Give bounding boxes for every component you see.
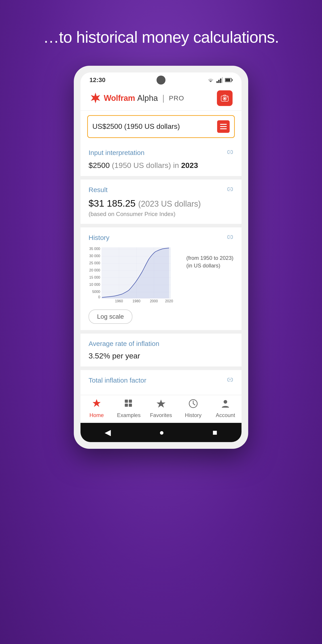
clock-icon	[188, 399, 198, 408]
total-inflation-title: Total inflation factor	[88, 376, 146, 384]
wolfram-brand-wolfram: Wolfram	[104, 94, 135, 103]
status-icons	[207, 77, 232, 83]
wifi-icon	[207, 77, 214, 83]
svg-rect-2	[220, 78, 222, 83]
link-icon-total[interactable]	[227, 376, 234, 384]
chart-in-label: (in US dollars)	[186, 262, 234, 269]
svg-rect-45	[129, 400, 132, 403]
favorites-icon	[156, 399, 166, 411]
phone-screen: 12:30	[80, 72, 242, 442]
search-input[interactable]: US$2500 (1950 US dollars)	[92, 122, 215, 130]
svg-text:15 000: 15 000	[89, 276, 100, 279]
grid-icon	[124, 399, 134, 408]
interpretation-context: (1950 US dollars) in	[112, 161, 179, 170]
link-icon-history[interactable]	[227, 234, 234, 242]
chain-link-icon-result	[227, 186, 234, 192]
account-icon	[220, 399, 230, 411]
status-bar: 12:30	[80, 72, 242, 86]
status-time: 12:30	[90, 76, 106, 84]
svg-rect-14	[220, 128, 227, 129]
svg-point-10	[224, 98, 226, 100]
android-back-button[interactable]: ◀	[105, 428, 111, 437]
chart-from-label: (from 1950 to 2023)	[186, 255, 234, 261]
camera-icon	[221, 94, 229, 102]
chain-link-icon	[227, 149, 234, 156]
link-icon-interpretation[interactable]	[227, 149, 234, 157]
hero-text: …to historical money calculations.	[43, 27, 279, 48]
home-icon	[92, 399, 102, 411]
section-header-inflation: Average rate of inflation	[88, 340, 234, 348]
nav-examples-label: Examples	[117, 412, 140, 418]
svg-text:10 000: 10 000	[89, 283, 100, 286]
phone-mockup: 12:30	[74, 66, 248, 449]
nav-favorites[interactable]: Favorites	[148, 399, 174, 418]
svg-text:1960: 1960	[115, 299, 123, 303]
svg-point-52	[224, 400, 227, 404]
svg-rect-0	[216, 81, 218, 83]
svg-rect-12	[220, 124, 227, 125]
content-area: Input interpretation $2500 (1950 US doll…	[80, 142, 242, 395]
history-section: History 35 000 30 000	[80, 228, 242, 330]
svg-point-11	[227, 96, 228, 98]
wolfram-star-icon	[90, 92, 102, 104]
bottom-nav: Home Examples	[80, 395, 242, 423]
history-title: History	[88, 234, 109, 242]
inflation-value: 3.52% per year	[88, 352, 234, 360]
person-icon	[220, 399, 230, 408]
section-header-history: History	[88, 234, 234, 242]
section-header-total: Total inflation factor	[88, 376, 234, 384]
wolfram-divider: |	[162, 94, 164, 103]
home-star-icon	[92, 399, 102, 408]
camera-notch	[156, 76, 166, 84]
link-icon-result[interactable]	[227, 186, 234, 194]
search-container: US$2500 (1950 US dollars)	[80, 111, 242, 142]
chart-svg-wrapper: 35 000 30 000 25 000 20 000 15 000 10 00…	[88, 246, 182, 305]
svg-marker-7	[91, 92, 100, 103]
camera-button[interactable]	[217, 90, 232, 106]
svg-rect-46	[125, 404, 128, 407]
log-scale-button[interactable]: Log scale	[88, 310, 132, 324]
interpretation-text: $2500 (1950 US dollars) in 2023	[88, 161, 234, 170]
battery-icon	[225, 78, 232, 82]
svg-text:0: 0	[98, 295, 100, 299]
svg-rect-44	[125, 400, 128, 403]
result-note: (based on Consumer Price Index)	[88, 211, 234, 218]
android-recent-button[interactable]: ■	[212, 428, 217, 437]
svg-rect-6	[226, 79, 230, 82]
svg-marker-48	[156, 400, 166, 408]
nav-account[interactable]: Account	[212, 399, 239, 418]
search-box[interactable]: US$2500 (1950 US dollars)	[87, 115, 235, 138]
svg-rect-13	[220, 126, 227, 127]
svg-text:5000: 5000	[92, 290, 100, 294]
svg-text:30 000: 30 000	[89, 254, 100, 258]
chart-right-labels: (from 1950 to 2023) (in US dollars)	[186, 246, 234, 269]
history-icon	[188, 399, 198, 411]
svg-text:1980: 1980	[132, 299, 140, 303]
result-section: Result $31 185.25 (2023 US dollars) (bas…	[80, 180, 242, 224]
examples-icon	[124, 399, 134, 411]
menu-icon	[220, 124, 227, 129]
wolfram-pro-label: PRO	[169, 94, 184, 102]
nav-examples[interactable]: Examples	[116, 399, 142, 418]
nav-home[interactable]: Home	[83, 399, 110, 418]
total-inflation-section: Total inflation factor	[80, 370, 242, 395]
result-parens: (2023 US dollars)	[138, 199, 201, 208]
svg-text:2020: 2020	[165, 299, 173, 303]
chain-link-icon-history	[227, 234, 234, 240]
svg-rect-3	[222, 77, 223, 83]
svg-marker-43	[92, 399, 100, 407]
search-menu-button[interactable]	[217, 120, 230, 133]
nav-home-label: Home	[90, 412, 104, 418]
section-header-interpretation: Input interpretation	[88, 149, 234, 157]
svg-line-51	[193, 404, 195, 405]
android-home-button[interactable]: ●	[159, 428, 164, 437]
svg-rect-1	[218, 80, 220, 83]
nav-history[interactable]: History	[180, 399, 206, 418]
wolfram-brand-alpha: Alpha	[137, 94, 158, 103]
svg-text:35 000: 35 000	[89, 247, 100, 251]
android-nav-bar: ◀ ● ■	[80, 423, 242, 442]
nav-history-label: History	[185, 412, 202, 418]
svg-text:20 000: 20 000	[89, 268, 100, 272]
nav-account-label: Account	[216, 412, 235, 418]
chain-link-icon-total	[227, 376, 234, 383]
